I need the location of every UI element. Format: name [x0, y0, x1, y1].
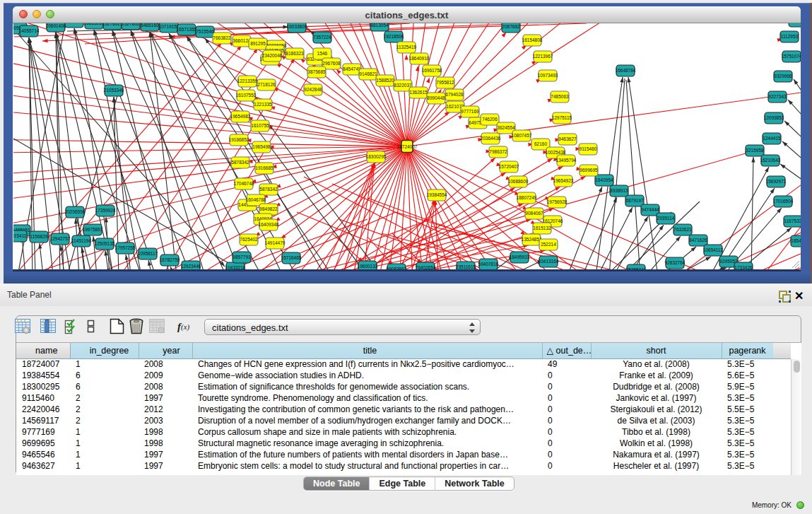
svg-text:8322037: 8322037	[394, 83, 412, 88]
svg-text:2718126: 2718126	[257, 82, 276, 87]
svg-text:2935114: 2935114	[657, 216, 675, 221]
svg-text:14055714: 14055714	[19, 28, 40, 33]
svg-text:9849822: 9849822	[259, 206, 278, 211]
svg-text:10653267: 10653267	[84, 23, 105, 25]
svg-text:12093853: 12093853	[764, 115, 784, 120]
svg-text:6794028: 6794028	[445, 92, 464, 97]
svg-text:10025438: 10025438	[546, 150, 566, 155]
svg-text:9474444: 9474444	[641, 207, 659, 212]
svg-text:(x): (x)	[181, 322, 190, 332]
svg-text:12942757: 12942757	[50, 236, 71, 241]
svg-text:12213967: 12213967	[533, 54, 553, 59]
svg-text:92832764: 92832764	[665, 260, 686, 265]
svg-text:15720407: 15720407	[499, 164, 519, 169]
svg-text:18807249: 18807249	[517, 195, 537, 200]
svg-text:252214: 252214	[541, 242, 556, 247]
svg-text:19654983: 19654983	[230, 114, 251, 119]
svg-text:8938913: 8938913	[610, 188, 628, 193]
svg-text:9242848: 9242848	[304, 87, 322, 92]
svg-text:8471626: 8471626	[689, 238, 707, 243]
svg-text:9777169: 9777169	[461, 109, 479, 114]
svg-text:12975115: 12975115	[552, 115, 572, 120]
svg-text:3660124: 3660124	[233, 38, 251, 43]
svg-text:12505135: 12505135	[95, 241, 115, 246]
svg-text:9115460: 9115460	[579, 146, 597, 151]
svg-text:3624554: 3624554	[497, 125, 515, 130]
svg-text:8454749: 8454749	[343, 66, 361, 71]
svg-text:16107553: 16107553	[236, 93, 257, 98]
svg-text:7986372: 7986372	[489, 149, 507, 154]
svg-text:16648784: 16648784	[616, 68, 636, 73]
svg-text:16571355: 16571355	[177, 27, 197, 32]
svg-text:18640910: 18640910	[409, 56, 430, 61]
svg-text:1156829: 1156829	[30, 234, 48, 239]
svg-text:17957255: 17957255	[115, 245, 136, 250]
svg-text:1615132: 1615132	[533, 226, 551, 230]
svg-text:1112953: 1112953	[781, 34, 799, 39]
svg-text:16409348: 16409348	[259, 222, 279, 227]
svg-text:2967608: 2967608	[322, 61, 341, 66]
svg-text:18300295: 18300295	[366, 154, 387, 159]
svg-text:10654112: 10654112	[703, 247, 724, 252]
svg-text:19384554: 19384554	[427, 192, 447, 197]
svg-text:1610755: 1610755	[251, 123, 269, 128]
svg-text:19600133: 19600133	[358, 264, 378, 269]
svg-text:9463627: 9463627	[558, 136, 577, 141]
svg-text:3215958: 3215958	[746, 148, 764, 153]
svg-text:12213359: 12213359	[237, 78, 258, 83]
svg-text:1588520: 1588520	[376, 78, 394, 83]
svg-text:5878342: 5878342	[259, 187, 278, 192]
svg-text:13495794: 13495794	[556, 158, 577, 163]
svg-text:15692971: 15692971	[766, 179, 787, 184]
svg-text:19975867: 19975867	[83, 227, 103, 232]
svg-text:10973493: 10973493	[538, 73, 558, 78]
svg-text:1221335: 1221335	[254, 102, 272, 107]
svg-text:9699695: 9699695	[579, 168, 598, 173]
svg-text:20691406: 20691406	[46, 23, 66, 28]
svg-text:7955812: 7955812	[436, 80, 454, 85]
svg-text:19166852: 19166852	[229, 137, 249, 142]
svg-text:7357224: 7357224	[313, 35, 331, 40]
svg-text:23420046: 23420046	[262, 53, 283, 58]
svg-text:16782759: 16782759	[160, 257, 180, 262]
svg-text:7625402: 7625402	[240, 237, 258, 242]
svg-text:7663822: 7663822	[213, 35, 231, 40]
svg-text:1854121: 1854121	[791, 238, 801, 243]
svg-text:11451194: 11451194	[71, 238, 91, 243]
svg-text:17016504: 17016504	[773, 199, 794, 204]
svg-text:15276021: 15276021	[102, 23, 123, 26]
svg-text:23511615: 23511615	[456, 264, 476, 269]
svg-text:19218506: 19218506	[384, 34, 404, 39]
svg-text:1244415: 1244415	[763, 136, 781, 141]
svg-text:14914479: 14914479	[265, 240, 286, 245]
svg-text:17046748: 17046748	[234, 181, 254, 186]
svg-text:10688609: 10688609	[508, 179, 529, 184]
svg-text:1640954: 1640954	[595, 177, 613, 182]
svg-text:7515546: 7515546	[196, 29, 214, 34]
svg-text:18495931: 18495931	[510, 255, 530, 259]
svg-text:9857791: 9857791	[233, 255, 251, 259]
svg-text:5878342: 5878342	[231, 160, 249, 165]
svg-text:9329966: 9329966	[774, 74, 792, 78]
svg-text:10807457: 10807457	[512, 133, 532, 138]
svg-text:7485063: 7485063	[551, 94, 569, 99]
svg-text:18097351: 18097351	[64, 23, 85, 24]
svg-text:12923446: 12923446	[181, 264, 201, 269]
svg-text:1527602: 1527602	[122, 23, 140, 26]
svg-text:891295: 891295	[250, 41, 266, 46]
svg-text:19756928: 19756928	[547, 199, 567, 204]
svg-text:17359924: 17359924	[95, 208, 116, 213]
svg-text:59407816: 59407816	[478, 262, 499, 267]
svg-text:9084067: 9084067	[525, 211, 543, 216]
svg-text:7632621: 7632621	[673, 227, 692, 232]
svg-text:20364436: 20364436	[481, 136, 501, 141]
svg-text:6879197: 6879197	[625, 198, 644, 203]
svg-text:16154808: 16154808	[522, 37, 543, 42]
svg-text:1362615: 1362615	[409, 90, 428, 95]
svg-text:1546: 1546	[317, 51, 328, 56]
svg-text:8990448: 8990448	[427, 95, 445, 100]
svg-text:1916685: 1916685	[255, 165, 273, 170]
svg-text:11325419: 11325419	[396, 45, 417, 49]
svg-text:15751074: 15751074	[782, 54, 801, 59]
svg-text:16210643: 16210643	[760, 158, 781, 163]
